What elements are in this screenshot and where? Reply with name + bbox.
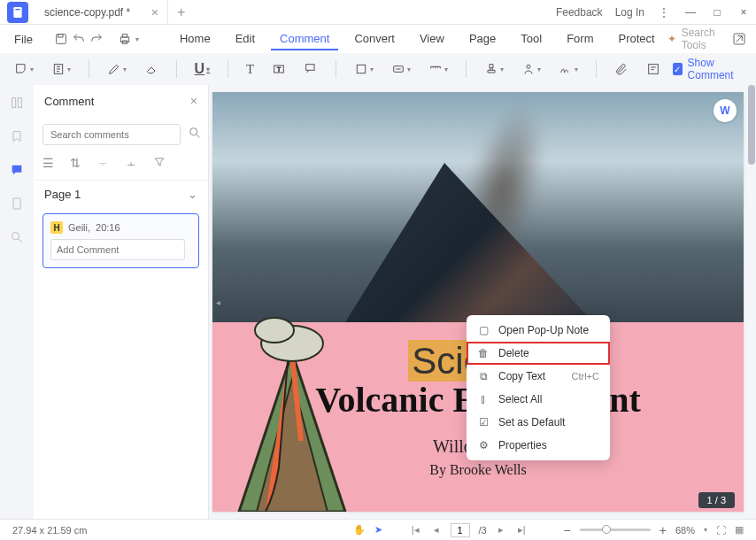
kebab-menu-icon[interactable]: ⋮ [657,5,671,19]
expand-all-icon[interactable]: ⫟ [96,156,109,171]
feedback-link[interactable]: Feedback [556,6,603,19]
svg-rect-11 [306,65,314,71]
first-page-button[interactable]: |◂ [409,524,422,536]
menu-edit[interactable]: Edit [227,28,264,50]
callout-tool[interactable] [298,58,323,80]
minimize-icon[interactable]: — [683,5,698,19]
menu-view[interactable]: View [411,28,453,50]
attachments-icon[interactable] [8,195,26,212]
svg-point-20 [190,128,197,135]
print-icon[interactable] [118,29,132,49]
last-page-button[interactable]: ▸| [515,524,528,536]
next-page-button[interactable]: ▸ [496,524,506,536]
pencil-tool[interactable]: ▾ [102,58,132,80]
panel-title: Comment [44,95,94,108]
filter-icon[interactable] [153,156,166,171]
save-icon[interactable] [54,29,68,49]
title-bar: science-copy.pdf * × + Feedback Log In ⋮… [0,0,756,25]
redo-icon[interactable] [89,29,104,49]
zoom-slider[interactable] [580,528,651,531]
search-icon[interactable] [188,126,202,143]
shape-tool[interactable]: ▾ [349,58,379,80]
vertical-scrollbar[interactable] [748,85,755,165]
ctx-copy-text[interactable]: ⧉ Copy Text Ctrl+C [467,365,610,388]
svg-rect-1 [15,9,19,10]
total-pages: /3 [479,525,487,536]
note-tool[interactable]: ▾ [9,58,39,80]
svg-rect-3 [58,35,63,37]
comment-card[interactable]: H Geili, 20:16 [42,213,199,268]
list-view-icon[interactable]: ☰ [42,156,54,171]
bookmark-icon[interactable] [8,127,26,145]
sort-icon[interactable]: ⇅ [70,156,81,171]
thumbnails-icon[interactable] [8,94,26,112]
menu-page[interactable]: Page [460,28,505,50]
panel-collapse-handle[interactable]: ◂ [214,292,221,312]
signature-tool[interactable]: ▾ [516,58,546,80]
stamp-approved-tool[interactable]: ▾ [386,58,416,80]
document-tab[interactable]: science-copy.pdf * × [35,0,168,25]
menu-convert[interactable]: Convert [345,28,404,50]
print-dropdown-icon[interactable]: ▾ [135,29,139,49]
menu-tool[interactable]: Tool [512,28,551,50]
hand-tool-icon[interactable]: ✋ [353,524,366,536]
stamp-tool[interactable]: ▾ [479,58,509,80]
svg-point-14 [527,65,530,68]
add-comment-input[interactable] [50,239,185,260]
comment-icon[interactable] [8,161,26,179]
menu-home[interactable]: Home [171,28,220,50]
underline-tool[interactable]: U▾ [189,58,216,81]
show-comment-toggle[interactable]: ✓ Show Comment [673,57,747,81]
menu-comment[interactable]: Comment [271,28,338,50]
prev-page-button[interactable]: ◂ [431,524,442,536]
ctx-delete[interactable]: 🗑 Delete [467,342,610,365]
measure-tool[interactable]: ▾ [423,58,453,80]
attachment-tool[interactable] [609,58,634,80]
search-tools-input[interactable]: Search Tools [682,27,715,51]
comment-options-tool[interactable] [641,58,666,80]
menu-form[interactable]: Form [558,28,602,50]
menu-protect[interactable]: Protect [609,28,663,50]
fit-page-icon[interactable]: ⛶ [716,525,726,536]
zoom-in-button[interactable]: + [660,523,667,537]
ctx-set-default[interactable]: ☑ Set as Default [467,411,610,434]
menu-bar: File ▾ Home Edit Comment Convert View Pa… [0,25,756,53]
eraser-tool[interactable] [139,58,164,80]
svg-text:T: T [277,66,281,73]
select-tool-icon[interactable]: ➤ [374,524,382,536]
new-tab-button[interactable]: + [168,4,194,20]
select-all-icon: ⫿ [477,393,490,405]
undo-icon[interactable] [72,29,86,49]
svg-rect-12 [357,65,365,73]
tab-close-icon[interactable]: × [151,5,158,19]
toolbar: ▾ ▾ ▾ U▾ T T ▾ ▾ ▾ ▾ ▾ ▾ ✓ Show Comment [0,53,756,85]
collapse-all-icon[interactable]: ⫠ [125,156,137,171]
page-section-header[interactable]: Page 1 ⌄ [34,180,208,208]
file-menu[interactable]: File [7,29,40,50]
zoom-dropdown-icon[interactable]: ▾ [704,526,707,534]
ctx-properties[interactable]: ⚙ Properties [467,434,610,457]
textbox-tool[interactable]: T [266,58,291,80]
show-comment-label: Show Comment [688,57,747,81]
page-number-input[interactable] [451,523,470,537]
search-nav-icon[interactable] [8,228,26,246]
login-link[interactable]: Log In [615,6,644,19]
svg-point-19 [12,233,19,240]
highlight-tool[interactable]: ▾ [46,58,76,80]
search-comments-input[interactable] [42,124,181,145]
close-icon[interactable]: × [737,5,751,19]
divider [466,60,467,78]
panel-close-icon[interactable]: × [190,94,197,108]
svg-rect-4 [120,37,128,42]
fit-width-icon[interactable]: ▦ [735,524,744,536]
text-tool[interactable]: T [241,58,259,81]
ctx-select-all[interactable]: ⫿ Select All [467,388,610,411]
word-export-badge-icon[interactable]: W [714,99,737,122]
app-logo-icon [7,2,28,23]
maximize-icon[interactable]: □ [710,5,724,19]
zoom-out-button[interactable]: − [564,523,571,537]
share-icon[interactable] [729,29,749,49]
zoom-value[interactable]: 68% [675,525,695,536]
sign-tool[interactable]: ▾ [553,58,583,80]
ctx-open-popup-note[interactable]: ▢ Open Pop-Up Note [467,319,610,342]
